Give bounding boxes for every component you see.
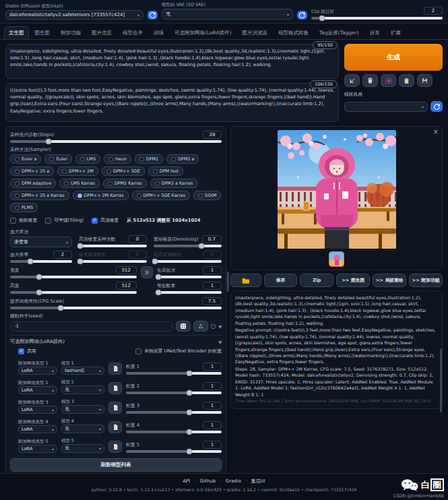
- lora-model-select[interactable]: 无▾: [61, 405, 104, 414]
- extra-networks-button[interactable]: [381, 74, 396, 87]
- sampler-option[interactable]: DDIM: [193, 191, 221, 200]
- random-seed-button[interactable]: [176, 321, 191, 332]
- width-value[interactable]: 512: [116, 266, 137, 274]
- sampler-option[interactable]: Euler: [44, 154, 71, 164]
- batch-size-value[interactable]: 1: [203, 282, 222, 290]
- sampler-option[interactable]: DPM2 Karras: [103, 179, 147, 188]
- reuse-seed-button[interactable]: [193, 321, 208, 332]
- width-slider[interactable]: [10, 276, 137, 278]
- lora-enable-checkbox[interactable]: ✓启用: [18, 348, 36, 354]
- sampler-option[interactable]: Heun: [104, 154, 131, 164]
- lora-type-select[interactable]: LoRA▾: [18, 367, 57, 375]
- lora-weight-value[interactable]: 1: [203, 441, 222, 449]
- restore-faces-checkbox[interactable]: 面部修复: [10, 217, 37, 224]
- lora-weight-slider[interactable]: [126, 392, 222, 394]
- lora-type-select[interactable]: LoRA▾: [18, 406, 57, 414]
- lora-weight-slider[interactable]: [126, 431, 222, 433]
- steps-value[interactable]: 28: [203, 131, 222, 139]
- sampler-option[interactable]: DPM++ 2M Karras: [73, 191, 129, 200]
- sampler-option[interactable]: DPM++ 2S a: [10, 166, 54, 176]
- lora-model-info-button[interactable]: [108, 441, 122, 453]
- slider-handle[interactable]: [28, 259, 34, 265]
- close-icon[interactable]: ×: [433, 128, 439, 135]
- page-scrollbar[interactable]: [440, 348, 442, 412]
- refresh-vae-button[interactable]: [297, 11, 307, 20]
- cfg-value[interactable]: 7.5: [202, 297, 222, 305]
- tab-item[interactable]: 文生图: [4, 26, 29, 39]
- refresh-checkpoint-button[interactable]: [148, 11, 158, 20]
- slider-handle[interactable]: [186, 371, 192, 377]
- hires-fix-checkbox[interactable]: ✓高清修复: [92, 217, 119, 224]
- slider-handle[interactable]: [36, 290, 42, 296]
- send-to-extras-button[interactable]: >> 附加功能: [409, 274, 443, 287]
- sampler-option[interactable]: DPM2 a: [166, 154, 199, 164]
- send-to-img2img-button[interactable]: >> 图生图: [336, 274, 370, 287]
- denoising-value[interactable]: 0.7: [202, 235, 222, 243]
- slider-handle[interactable]: [186, 390, 192, 396]
- lora-model-info-button[interactable]: [108, 421, 122, 433]
- styles-select[interactable]: ▾: [344, 102, 428, 112]
- lora-model-select[interactable]: 无▾: [61, 444, 104, 453]
- batch-count-value[interactable]: 1: [203, 266, 222, 274]
- footer-link[interactable]: API: [183, 478, 190, 484]
- sampler-option[interactable]: PLMS: [10, 203, 38, 212]
- footer-link[interactable]: Gradio: [218, 478, 242, 484]
- tab-item[interactable]: Tag反推(Tagger): [315, 26, 364, 39]
- batch-count-slider[interactable]: [157, 276, 222, 278]
- clear-prompt-button[interactable]: [362, 74, 378, 87]
- tab-item[interactable]: 模型格式转换: [274, 26, 313, 39]
- upscale-by-value[interactable]: 2: [53, 251, 72, 259]
- collapse-arrow-icon[interactable]: ▼: [218, 324, 222, 329]
- lora-weight-value[interactable]: 1: [203, 363, 222, 371]
- prompt-input[interactable]: (masterpiece, sidelighting, ultra-detail…: [5, 44, 339, 79]
- clip-skip-value[interactable]: 2: [424, 7, 443, 15]
- cfg-slider[interactable]: [10, 307, 222, 309]
- tab-item[interactable]: 附加功能: [56, 26, 86, 39]
- sampler-option[interactable]: DPM++ SDE: [102, 166, 145, 176]
- slider-handle[interactable]: [77, 243, 84, 249]
- tab-item[interactable]: 图片信息: [87, 26, 117, 39]
- tiling-checkbox[interactable]: 可平铺(Tiling): [45, 217, 84, 224]
- gallery-thumbnail[interactable]: [329, 251, 344, 267]
- sampler-option[interactable]: DPM++ SDE Karras: [132, 191, 190, 200]
- sampler-option[interactable]: LMS Karras: [59, 179, 100, 188]
- lora-weight-value[interactable]: 1: [203, 421, 222, 429]
- lora-model-select[interactable]: 无▾: [61, 425, 104, 433]
- lora-model-select[interactable]: 无▾: [61, 385, 104, 394]
- slider-handle[interactable]: [186, 429, 192, 435]
- tab-item[interactable]: 图生图: [30, 26, 55, 39]
- slider-handle[interactable]: [45, 139, 51, 145]
- seed-input[interactable]: -1: [10, 321, 173, 332]
- lora-type-select[interactable]: LoRA▾: [18, 425, 57, 433]
- upscaler-select[interactable]: 潜变量▾: [10, 237, 72, 247]
- height-slider[interactable]: [10, 291, 137, 294]
- hires-steps-value[interactable]: 0: [128, 235, 147, 243]
- upscale-by-slider[interactable]: [10, 260, 72, 263]
- save-button[interactable]: 保存: [264, 274, 298, 287]
- lora-type-select[interactable]: LoRA▾: [18, 445, 57, 453]
- left-panel-scrollbar[interactable]: [227, 272, 229, 292]
- lora-model-info-button[interactable]: [108, 402, 122, 414]
- batch-size-slider[interactable]: [157, 291, 222, 294]
- sampler-option[interactable]: DPM2: [135, 154, 163, 164]
- tab-item[interactable]: 图片浏览器: [238, 26, 273, 39]
- lora-type-select[interactable]: LoRA▾: [18, 386, 57, 394]
- lora-weight-slider[interactable]: [126, 372, 222, 375]
- swap-dimensions-button[interactable]: [141, 266, 153, 278]
- negative-prompt-input[interactable]: (((extra feet))),3 feet,more than two fe…: [5, 83, 339, 122]
- sampler-option[interactable]: DPM++ 2M: [57, 166, 98, 176]
- save-style-button[interactable]: [417, 74, 433, 87]
- lora-model-info-button[interactable]: [108, 382, 122, 394]
- lora-weight-value[interactable]: 1: [203, 402, 222, 410]
- sampler-option[interactable]: DPM++ 2S a Karras: [10, 191, 69, 200]
- sampler-option[interactable]: Euler a: [10, 154, 41, 164]
- slider-handle[interactable]: [198, 243, 204, 249]
- slider-handle[interactable]: [186, 410, 192, 416]
- denoising-slider[interactable]: [154, 245, 222, 247]
- vae-select[interactable]: 无 ▾: [162, 9, 293, 20]
- collapse-arrow-icon[interactable]: ▼: [218, 340, 222, 344]
- lora-model-info-button[interactable]: [108, 363, 122, 375]
- lora-model-select[interactable]: fashionG▾: [61, 367, 104, 375]
- lora-weight-slider[interactable]: [126, 450, 222, 453]
- tab-item[interactable]: 扩展: [386, 26, 406, 39]
